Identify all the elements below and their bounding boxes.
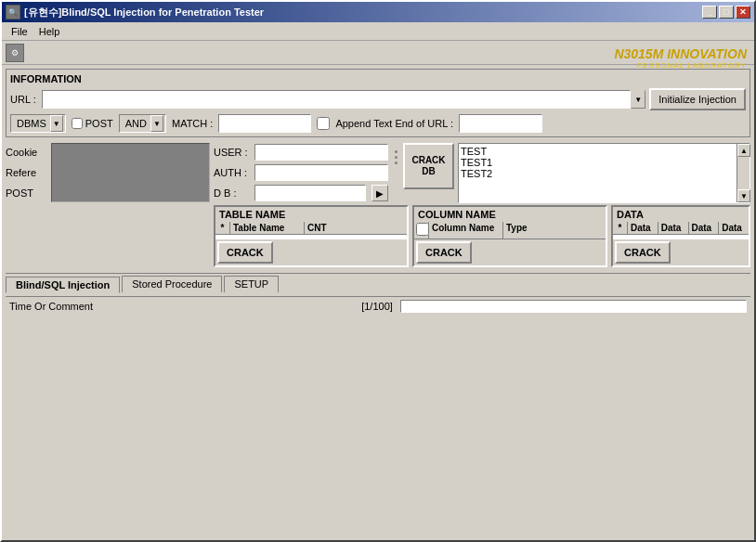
info-section: INFORMATION URL : ▼ Initialize Injection… xyxy=(6,69,750,137)
and-select[interactable]: AND ▼ xyxy=(119,114,166,133)
table-name-header: * Table Name CNT xyxy=(215,222,407,235)
db-list[interactable]: TEST TEST1 TEST2 xyxy=(459,144,736,200)
status-progress-bar xyxy=(400,300,747,313)
status-bar: Time Or Comment [1/100] xyxy=(6,296,750,315)
execute-button[interactable]: ▶ xyxy=(371,185,388,201)
append-input[interactable] xyxy=(459,114,542,133)
post-field-label: POST xyxy=(6,187,47,199)
crack-db-button[interactable]: CRACKDB xyxy=(403,143,454,189)
table-name-header-cell: Table Name xyxy=(230,222,305,234)
col-type-header-cell: Type xyxy=(503,222,545,239)
app-icon: 🔍 xyxy=(6,5,20,19)
user-auth-db-fields: USER : AUTH : D B : ▶ xyxy=(214,143,388,202)
dbms-label: DBMS xyxy=(13,118,50,129)
right-main-panel: USER : AUTH : D B : ▶ xyxy=(214,143,750,267)
refere-label: Refere xyxy=(6,167,47,178)
data-grids: TABLE NAME * Table Name CNT CRACK COLUMN… xyxy=(214,205,750,267)
status-count: [1/100] xyxy=(361,301,393,312)
menu-bar: File Help xyxy=(2,22,754,41)
url-dropdown-btn[interactable]: ▼ xyxy=(631,90,645,109)
table-crack-button[interactable]: CRACK xyxy=(217,241,273,264)
maximize-button[interactable]: □ xyxy=(719,6,734,19)
title-bar: 🔍 [유현수]Blind/SQL Injection for Penetrati… xyxy=(2,2,754,22)
cookie-refere-post-textarea[interactable] xyxy=(51,143,210,202)
db-label: D B : xyxy=(214,187,251,199)
post-checkbox-label[interactable]: POST xyxy=(72,118,113,129)
table-name-body xyxy=(215,235,407,239)
dbms-arrow[interactable]: ▼ xyxy=(50,115,63,132)
title-bar-buttons: _ □ ✕ xyxy=(702,6,750,19)
match-input[interactable] xyxy=(218,114,311,133)
auth-label: AUTH : xyxy=(214,167,251,178)
db-input[interactable] xyxy=(254,185,366,201)
tab-blind-sql[interactable]: Blind/SQL Injection xyxy=(6,277,120,293)
db-list-item-1[interactable]: TEST1 xyxy=(461,157,735,168)
data-header: * Data Data Data Data xyxy=(613,222,749,235)
tab-stored-procedure[interactable]: Stored Procedure xyxy=(122,276,222,292)
data-panel-body xyxy=(613,235,749,239)
status-text: Time Or Comment xyxy=(9,301,354,312)
cookie-label: Cookie xyxy=(6,147,47,158)
menu-file[interactable]: File xyxy=(6,24,33,39)
table-name-title: TABLE NAME xyxy=(215,207,407,222)
column-name-header: Column Name Type xyxy=(414,222,606,239)
window-title: [유현수]Blind/SQL Injection for Penetration… xyxy=(24,6,702,19)
table-name-panel: TABLE NAME * Table Name CNT CRACK xyxy=(214,205,409,267)
main-area: Cookie Refere POST xyxy=(6,143,750,267)
column-name-panel: COLUMN NAME Column Name Type CRACK xyxy=(412,205,607,267)
col-name-header-cell: Column Name xyxy=(429,222,503,239)
table-cnt-header-cell: CNT xyxy=(305,222,342,234)
info-section-title: INFORMATION xyxy=(10,73,746,84)
column-name-title: COLUMN NAME xyxy=(414,207,606,222)
data-title: DATA xyxy=(613,207,749,222)
match-label: MATCH : xyxy=(172,118,213,129)
url-input[interactable] xyxy=(42,90,631,109)
main-window: 🔍 [유현수]Blind/SQL Injection for Penetrati… xyxy=(0,0,756,542)
post-label: POST xyxy=(85,118,113,129)
menu-help[interactable]: Help xyxy=(33,24,66,39)
refere-row: Refere xyxy=(6,163,47,182)
and-arrow[interactable]: ▼ xyxy=(150,115,163,132)
db-scroll-up[interactable]: ▲ xyxy=(737,144,750,157)
dbms-select[interactable]: DBMS ▼ xyxy=(10,114,66,133)
db-field-row: D B : ▶ xyxy=(214,184,388,202)
url-combo: ▼ xyxy=(42,90,645,109)
user-input[interactable] xyxy=(254,144,388,161)
toolbar-icon[interactable]: ⚙ xyxy=(6,44,24,62)
user-auth-db-row: USER : AUTH : D B : ▶ xyxy=(214,143,750,203)
close-button[interactable]: ✕ xyxy=(736,6,750,19)
dot3 xyxy=(395,161,398,164)
data-col1-header: Data xyxy=(628,222,658,234)
tabs-container: Blind/SQL Injection Stored Procedure SET… xyxy=(6,273,750,292)
db-list-wrapper: TEST TEST1 TEST2 ▲ ▼ xyxy=(458,143,750,203)
and-label: AND xyxy=(122,118,150,129)
content-area: INFORMATION URL : ▼ Initialize Injection… xyxy=(2,65,754,540)
match-checkbox[interactable] xyxy=(317,117,330,130)
tab-setup[interactable]: SETUP xyxy=(224,276,279,292)
db-scroll-down[interactable]: ▼ xyxy=(737,189,750,202)
col-select-all-checkbox[interactable] xyxy=(416,223,429,236)
cookie-refere-area: Cookie Refere POST xyxy=(6,143,210,202)
controls-row: DBMS ▼ POST AND ▼ MATCH : Append Text En… xyxy=(10,114,746,133)
data-star-header: * xyxy=(613,222,628,234)
db-list-item-0[interactable]: TEST xyxy=(461,146,735,157)
minimize-button[interactable]: _ xyxy=(702,6,717,19)
dot1 xyxy=(395,150,398,153)
data-crack-button[interactable]: CRACK xyxy=(615,241,671,264)
append-label: Append Text End of URL : xyxy=(335,118,453,129)
db-scrollbar: ▲ ▼ xyxy=(736,144,749,202)
divider-dots xyxy=(392,143,399,164)
data-col3-header: Data xyxy=(689,222,720,234)
col-star-header xyxy=(414,222,429,239)
dot2 xyxy=(395,156,398,159)
db-scroll-track xyxy=(737,157,749,189)
post-row: POST xyxy=(6,184,47,202)
data-col2-header: Data xyxy=(658,222,689,234)
column-crack-button[interactable]: CRACK xyxy=(416,241,472,264)
post-checkbox[interactable] xyxy=(72,118,83,129)
url-label: URL : xyxy=(10,94,38,105)
initialize-injection-button[interactable]: Initialize Injection xyxy=(649,88,746,110)
left-panel: Cookie Refere POST xyxy=(6,143,210,267)
auth-input[interactable] xyxy=(254,164,388,181)
db-list-item-2[interactable]: TEST2 xyxy=(461,168,735,179)
